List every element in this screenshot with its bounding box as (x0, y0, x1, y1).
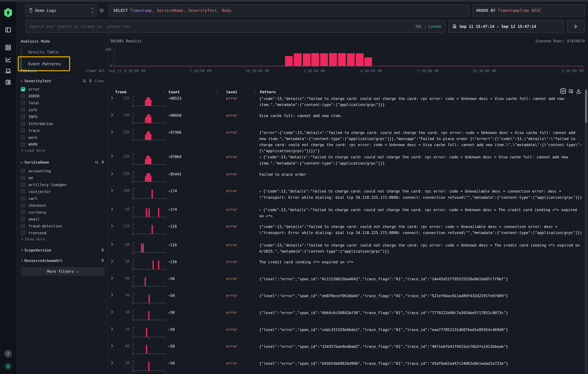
filter-checkbox-info[interactable]: info (21, 106, 37, 113)
resourceschemaurl-section-header[interactable]: ResourceSchemaUrl (21, 259, 105, 263)
row-expand-chevron-icon[interactable] (110, 243, 113, 246)
table-scrollbar-track[interactable] (585, 88, 588, 374)
checkbox[interactable] (21, 101, 25, 105)
filter-checkbox-currency[interactable]: currency (21, 209, 46, 216)
checkbox[interactable] (21, 203, 25, 208)
filter-checkbox-WARN[interactable]: WARN (21, 141, 37, 148)
checkbox[interactable] (21, 94, 25, 98)
checkbox[interactable] (21, 114, 25, 119)
row-expand-chevron-icon[interactable] (110, 293, 113, 297)
filter-checkbox-artillery-loadgen[interactable]: artillery-loadgen (21, 181, 66, 188)
pattern-text[interactable]: Visa cache full: cannot add new item. (259, 113, 584, 119)
pattern-text[interactable]: The credit card (ending <*> expired on <… (259, 259, 584, 265)
row-expand-chevron-icon[interactable] (110, 113, 113, 117)
row-expand-chevron-icon[interactable] (110, 172, 113, 175)
column-separator[interactable] (217, 89, 217, 94)
pattern-text[interactable]: {"code":13,"details":"failed to charge c… (259, 242, 584, 254)
host-laptop-icon[interactable] (5, 68, 11, 74)
sql-mode[interactable]: SQL (415, 24, 422, 29)
panel-toggle-icon[interactable] (5, 27, 11, 33)
pattern-text[interactable]: {"code":13,"details":"failed to charge c… (259, 96, 584, 108)
checkbox[interactable] (21, 189, 25, 194)
order-by-input[interactable]: ORDER BY TimestampTime DESC (472, 4, 585, 17)
help-button[interactable]: ? (4, 350, 12, 357)
pattern-text[interactable]: {"level":"error","span_id":"eb870ecef063… (259, 293, 584, 299)
checkbox[interactable] (21, 182, 25, 187)
column-header-pattern[interactable]: Pattern (260, 90, 276, 94)
filter-checkbox-cart[interactable]: cart (21, 195, 37, 202)
table-scrollbar-thumb[interactable] (585, 90, 587, 123)
pattern-text[interactable]: {"error":{"code":13,"details":"failed to… (259, 130, 584, 154)
histogram-bar[interactable] (347, 53, 355, 66)
checkbox[interactable] (21, 142, 25, 147)
checkbox[interactable] (21, 175, 25, 180)
dismiss-x-icon[interactable]: × (259, 190, 261, 193)
filter-checkbox-frontend[interactable]: frontend (21, 229, 46, 236)
filter-checkbox-fatal[interactable]: fatal (21, 100, 40, 106)
pin-icon[interactable] (101, 248, 105, 252)
row-expand-chevron-icon[interactable] (110, 327, 113, 331)
code-view-icon[interactable] (560, 88, 566, 94)
histogram-bar[interactable] (329, 53, 337, 66)
filter-checkbox-accounting[interactable]: accounting (21, 167, 51, 174)
mode-item-results-table[interactable]: Results Table (28, 50, 58, 54)
pin-icon[interactable] (101, 160, 105, 164)
checkbox[interactable] (21, 108, 25, 112)
histogram-bar[interactable] (294, 53, 302, 66)
checkbox[interactable] (21, 87, 25, 91)
scopeversion-section-header[interactable]: ScopeVersion (21, 248, 105, 252)
clear-all-button[interactable]: Clear all (86, 69, 105, 73)
search-icon[interactable] (82, 79, 86, 83)
row-expand-chevron-icon[interactable] (110, 277, 113, 280)
filter-checkbox-checkout[interactable]: checkout (21, 202, 46, 209)
source-settings-gear-icon[interactable] (99, 8, 105, 13)
filter-checkbox-INFO[interactable]: INFO (21, 113, 37, 120)
query-language-toggle[interactable]: SQL | Lucene (415, 24, 441, 29)
severity-clear-button[interactable]: Clear (94, 79, 105, 83)
pattern-text[interactable]: {"level":"error","span_id":"b92b54b6882b… (259, 361, 584, 366)
histogram-bar[interactable] (338, 53, 346, 66)
checkbox[interactable] (21, 128, 25, 133)
histogram-bar[interactable] (285, 56, 293, 66)
severity-load-more[interactable]: Load more (21, 148, 45, 152)
pattern-text[interactable]: ×{"code":13,"details":"failed to charge … (259, 188, 584, 201)
checkbox[interactable] (21, 196, 25, 201)
pattern-text[interactable]: {"level":"error","span_id":"0c11220615ba… (259, 276, 584, 282)
filter-checkbox-ad[interactable]: ad (21, 174, 33, 181)
user-avatar[interactable]: U (5, 363, 12, 370)
filter-checkbox-email[interactable]: email (21, 216, 40, 222)
dashboards-grid-icon[interactable] (5, 79, 11, 85)
histogram-bar[interactable] (320, 53, 328, 66)
row-expand-chevron-icon[interactable] (110, 361, 113, 364)
histogram-bar[interactable] (364, 57, 372, 66)
date-range-picker[interactable]: Sep 11 15:47:14 - Sep 12 15:47:14 (448, 20, 564, 33)
row-expand-chevron-icon[interactable] (110, 130, 113, 133)
filter-checkbox-error[interactable]: error (21, 86, 40, 93)
filter-checkbox-cainjector[interactable]: cainjector (21, 188, 51, 195)
filter-checkbox-ERROR[interactable]: ERROR (21, 93, 40, 100)
column-header-count[interactable]: Count (168, 90, 180, 94)
service-section-header[interactable]: ServiceName (21, 160, 105, 164)
dismiss-x-icon[interactable]: × (259, 155, 261, 159)
column-header-level[interactable]: level (226, 90, 237, 94)
lucene-mode[interactable]: Lucene (428, 24, 441, 29)
pin-icon[interactable] (88, 79, 93, 83)
search-input[interactable]: Search your events w/ Lucene ex. column:… (25, 20, 445, 33)
filter-checkbox-warn[interactable]: warn (21, 134, 37, 141)
search-icon[interactable] (94, 160, 99, 164)
pattern-text[interactable]: ×{"code":13,"details":"failed to charge … (259, 154, 584, 166)
pattern-text[interactable]: ×{"code":13,"details":"failed to charge … (259, 207, 584, 219)
select-query-input[interactable]: SELECT Timestamp, ServiceName, SeverityT… (109, 4, 470, 17)
wrap-text-icon[interactable] (568, 89, 574, 94)
histogram-bar[interactable] (356, 53, 364, 66)
pattern-text[interactable]: {"level":"error","span_id":"334357bae9ed… (259, 344, 584, 350)
row-expand-chevron-icon[interactable] (110, 155, 113, 158)
filter-checkbox-fraud-detection[interactable]: fraud-detection (21, 222, 62, 229)
more-filters-button[interactable]: More filters (21, 267, 105, 276)
checkbox[interactable] (21, 231, 25, 235)
column-separator[interactable] (164, 89, 164, 94)
chart-icon[interactable] (5, 57, 11, 63)
checkbox[interactable] (21, 169, 25, 173)
severity-section-header[interactable]: SeverityText Clear (21, 79, 105, 83)
service-show-more[interactable]: Show more (21, 237, 45, 241)
